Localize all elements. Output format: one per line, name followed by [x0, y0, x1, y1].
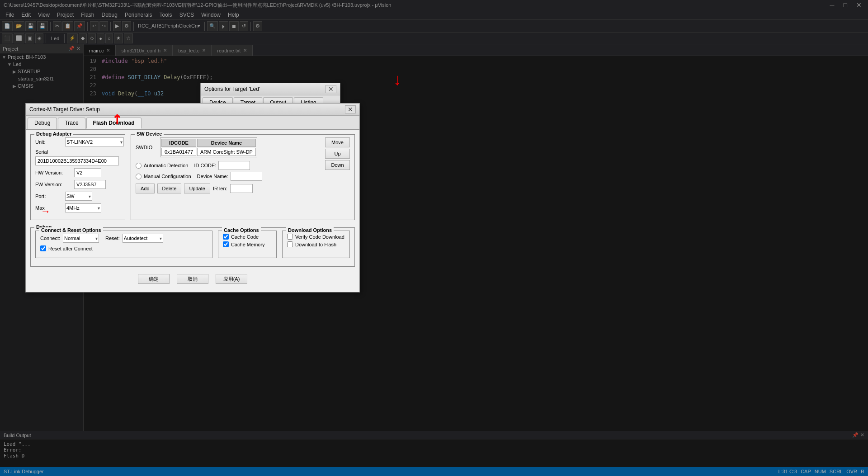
hw-version-row: HW Version:	[35, 168, 120, 177]
cache-options-group: Cache Options Cache Code Cache Memory	[218, 231, 277, 258]
connect-reset-row: Connect: Normal Reset: Autodetect	[40, 234, 208, 243]
reset-after-connect-checkbox[interactable]	[40, 245, 46, 251]
id-code-label: ID CODE:	[194, 163, 216, 168]
apply-btn[interactable]: 应用(A)	[216, 274, 247, 284]
download-to-flash-label: Download to Flash	[295, 242, 336, 247]
manual-config-label: Manual Configuration	[144, 174, 191, 179]
reset-label: Reset:	[105, 236, 120, 241]
cache-memory-label: Cache Memory	[231, 242, 265, 247]
add-btn[interactable]: Add	[136, 184, 155, 193]
sw-device-group: SW Device SWDIO IDCODE Device Name	[131, 134, 355, 220]
update-btn[interactable]: Update	[184, 184, 210, 193]
sw-idcode: 0x1BA01477	[161, 148, 196, 156]
cortex-dialog: Cortex-M Target Driver Setup ✕ Debug Tra…	[25, 103, 360, 292]
options-dialog-title: Options for Target 'Led'	[204, 86, 260, 92]
id-code-input[interactable]	[218, 161, 250, 170]
fw-version-label: FW Version:	[35, 182, 71, 187]
cortex-dialog-content: Debug Adapter Unit: ST-LINK/V2 Serial HW…	[26, 130, 359, 292]
move-buttons: Move Up Down	[325, 137, 350, 170]
debug-options-row: Connect & Reset Options Connect: Normal …	[35, 231, 350, 262]
connect-reset-group: Connect & Reset Options Connect: Normal …	[35, 231, 212, 258]
cache-code-checkbox[interactable]	[223, 234, 229, 240]
cortex-dialog-titlebar: Cortex-M Target Driver Setup ✕	[26, 104, 359, 116]
verify-code-checkbox[interactable]	[287, 234, 293, 240]
sw-table-row: 0x1BA01477 ARM CoreSight SW-DP	[161, 148, 256, 156]
device-name-input[interactable]	[231, 172, 262, 181]
sw-table: IDCODE Device Name 0x1BA01477 ARM CoreSi…	[160, 137, 257, 157]
cache-memory-row: Cache Memory	[223, 241, 272, 247]
action-btns-row: Add Delete Update IR len:	[136, 184, 322, 193]
cancel-btn[interactable]: 取消	[177, 274, 208, 284]
max-row: Max 4MHz	[35, 203, 120, 212]
unit-row: Unit: ST-LINK/V2	[35, 137, 120, 146]
hw-version-label: HW Version:	[35, 170, 71, 175]
serial-input[interactable]	[35, 156, 119, 165]
sw-device-left: SWDIO IDCODE Device Name	[136, 137, 322, 193]
cortex-tab-trace[interactable]: Trace	[58, 118, 85, 129]
port-select-wrap: SW	[65, 192, 92, 201]
verify-code-label: Verify Code Download	[295, 234, 344, 240]
cortex-dialog-title: Cortex-M Target Driver Setup	[29, 106, 100, 113]
device-name-label2: Device Name:	[197, 174, 228, 179]
max-select-wrap: 4MHz	[65, 203, 101, 212]
cortex-tab-debug[interactable]: Debug	[28, 118, 57, 129]
delete-btn[interactable]: Delete	[157, 184, 182, 193]
auto-detect-row: Automatic Detection ID CODE:	[136, 161, 322, 170]
debug-adapter-group: Debug Adapter Unit: ST-LINK/V2 Serial HW…	[30, 134, 125, 220]
unit-select-wrap: ST-LINK/V2	[65, 137, 124, 146]
verify-code-row: Verify Code Download	[287, 234, 345, 240]
download-to-flash-checkbox[interactable]	[287, 241, 293, 247]
port-row: Port: SW	[35, 192, 120, 201]
cache-code-label: Cache Code	[231, 234, 259, 240]
cortex-bottom-btns: 确定 取消 应用(A)	[30, 274, 355, 287]
connect-select-wrap: Normal	[63, 234, 99, 243]
cortex-dialog-tabs: Debug Trace Flash Download	[26, 116, 359, 130]
max-select[interactable]: 4MHz	[65, 203, 101, 212]
detection-section: Automatic Detection ID CODE: Manual Conf…	[136, 161, 322, 181]
max-label: Max	[35, 205, 62, 211]
move-btn[interactable]: Move	[325, 137, 350, 147]
fw-version-input[interactable]	[74, 180, 106, 189]
col-idcode: IDCODE	[161, 139, 196, 147]
reset-select-wrap: Autodetect	[123, 234, 163, 243]
cortex-tab-flash[interactable]: Flash Download	[86, 118, 142, 129]
ok-btn[interactable]: 确定	[138, 274, 170, 284]
cortex-main-row: Debug Adapter Unit: ST-LINK/V2 Serial HW…	[30, 134, 355, 224]
port-select[interactable]: SW	[65, 192, 92, 201]
reset-after-connect-row: Reset after Connect	[40, 245, 208, 251]
sw-device-main: SWDIO IDCODE Device Name	[136, 137, 350, 193]
connect-reset-label: Connect & Reset Options	[39, 227, 103, 233]
cortex-dialog-close-btn[interactable]: ✕	[345, 105, 356, 113]
fw-version-row: FW Version:	[35, 180, 120, 189]
connect-select[interactable]: Normal	[63, 234, 99, 243]
swdio-label: SWDIO	[136, 145, 158, 150]
up-btn[interactable]: Up	[325, 149, 350, 159]
sw-device-name: ARM CoreSight SW-DP	[197, 148, 256, 156]
debug-group: Debug Connect & Reset Options Connect: N…	[30, 227, 355, 267]
reset-select[interactable]: Autodetect	[123, 234, 163, 243]
cache-code-row: Cache Code	[223, 234, 272, 240]
port-label: Port:	[35, 193, 62, 199]
auto-detect-label: Automatic Detection	[144, 163, 188, 168]
cache-options-label: Cache Options	[222, 227, 261, 233]
down-btn[interactable]: Down	[325, 160, 350, 170]
download-options-group: Download Options Verify Code Download Do…	[282, 231, 350, 258]
serial-label: Serial	[35, 149, 120, 155]
sw-device-label: SW Device	[135, 131, 164, 137]
reset-after-connect-label: Reset after Connect	[48, 246, 93, 251]
swdio-row: SWDIO IDCODE Device Name	[136, 137, 322, 157]
debug-adapter-label: Debug Adapter	[34, 131, 73, 137]
manual-config-row: Manual Configuration Device Name:	[136, 172, 322, 181]
options-dialog-titlebar: Options for Target 'Led' ✕	[201, 83, 340, 95]
options-dialog-close-btn[interactable]: ✕	[326, 85, 336, 93]
hw-version-input[interactable]	[74, 168, 101, 177]
cache-memory-checkbox[interactable]	[223, 241, 229, 247]
manual-config-radio[interactable]	[136, 174, 142, 179]
connect-label: Connect:	[40, 236, 60, 241]
unit-select[interactable]: ST-LINK/V2	[65, 137, 124, 146]
col-device-name: Device Name	[197, 139, 256, 147]
ir-len-label: IR len:	[213, 186, 227, 191]
download-to-flash-row: Download to Flash	[287, 241, 345, 247]
auto-detect-radio[interactable]	[136, 163, 142, 169]
ir-len-input[interactable]	[230, 184, 253, 193]
